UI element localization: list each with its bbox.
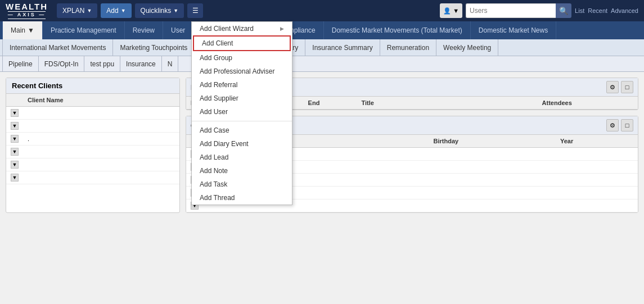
tab-review[interactable]: Review: [125, 21, 163, 39]
tab-domestic-market-movements[interactable]: Domestic Market Movements (Total Market): [324, 21, 471, 39]
add-caret-icon: ▼: [121, 8, 126, 13]
diary-settings-btn[interactable]: ⚙: [606, 81, 619, 93]
tab-test-ppu[interactable]: test ppu: [84, 56, 120, 71]
user-avatar-icon: 👤: [443, 7, 451, 15]
recent-clients-header: Recent Clients: [6, 78, 179, 94]
search-area: 👤 ▼ 🔍 List Recent Advanced: [440, 3, 638, 18]
birthday-date-header: Birthday: [429, 135, 556, 148]
row-expand-btn[interactable]: ▼: [11, 148, 19, 156]
birthday-settings-btn[interactable]: ⚙: [606, 119, 619, 131]
tab-international-market[interactable]: International Market Movements: [2, 39, 113, 56]
top-bar: WEALTH — AXIS — XPLAN ▼ Add ▼ Quicklinks…: [0, 0, 644, 21]
table-row: ▼ .: [6, 133, 179, 146]
tab-n[interactable]: N: [162, 56, 179, 71]
tab-practice-management[interactable]: Practice Management: [43, 21, 125, 39]
options-icon: ☰: [192, 7, 199, 15]
diary-title-header: Title: [357, 97, 537, 110]
row-expand-btn[interactable]: ▼: [11, 174, 19, 182]
table-row: ▼: [6, 171, 179, 184]
user-icon-button[interactable]: 👤 ▼: [440, 3, 462, 18]
dropdown-add-client[interactable]: Add Client: [193, 35, 291, 51]
options-button[interactable]: ☰: [187, 3, 203, 18]
dropdown-add-supplier[interactable]: Add Supplier: [192, 92, 292, 105]
row-expand-btn[interactable]: ▼: [11, 122, 19, 130]
client-name-header: Client Name: [23, 94, 179, 107]
search-box: 🔍: [466, 3, 571, 18]
quicklinks-button[interactable]: Quicklinks ▼: [135, 3, 184, 18]
user-caret-icon: ▼: [453, 7, 459, 14]
diary-minimize-btn[interactable]: □: [621, 81, 633, 93]
search-links: List Recent Advanced: [575, 7, 638, 14]
dropdown-add-lead[interactable]: Add Lead: [192, 151, 292, 164]
table-row: ▼: [6, 107, 179, 120]
diary-attendees-header: Attendees: [538, 97, 638, 110]
search-icon: 🔍: [559, 7, 569, 15]
dropdown-add-case[interactable]: Add Case: [192, 124, 292, 137]
dropdown-add-referral[interactable]: Add Referral: [192, 78, 292, 92]
row-expand-btn[interactable]: ▼: [11, 161, 19, 169]
birthday-controls: ⚙ □: [606, 119, 633, 131]
tab-pipeline[interactable]: Pipeline: [2, 56, 39, 71]
app-logo: WEALTH — AXIS —: [6, 2, 48, 19]
add-dropdown-menu: Add Client Wizard Add Client Add Group A…: [191, 21, 292, 205]
xplan-caret-icon: ▼: [87, 8, 92, 13]
tab-insurance[interactable]: Insurance: [120, 56, 162, 71]
dropdown-add-professional-adviser[interactable]: Add Professional Adviser: [192, 65, 292, 78]
diary-end-header: End: [304, 97, 357, 110]
dropdown-add-thread[interactable]: Add Thread: [192, 191, 292, 205]
birthday-year-header: Year: [556, 135, 638, 148]
tab-main[interactable]: Main ▼: [2, 21, 43, 39]
table-row: ▼: [6, 120, 179, 133]
row-expand-btn[interactable]: ▼: [11, 109, 19, 117]
table-row: ▼: [6, 158, 179, 171]
main-content: Recent Clients Client Name ▼ ▼ ▼: [0, 72, 644, 219]
main-nav: Main ▼ Practice Management Review User C…: [0, 21, 644, 39]
recent-clients-table: Client Name ▼ ▼ ▼ . ▼: [6, 94, 179, 184]
search-input[interactable]: [466, 3, 556, 18]
logo-axis: — AXIS —: [8, 11, 46, 19]
second-nav: International Market Movements Marketing…: [0, 39, 644, 56]
dropdown-add-user[interactable]: Add User: [192, 105, 292, 119]
dropdown-add-note[interactable]: Add Note: [192, 164, 292, 178]
tab-weekly-meeting[interactable]: Weekly Meeting: [436, 39, 498, 56]
tab-remuneration[interactable]: Remuneration: [380, 39, 436, 56]
xplan-button[interactable]: XPLAN ▼: [57, 3, 97, 18]
row-expand-btn[interactable]: ▼: [11, 135, 19, 143]
diary-controls: ⚙ □: [606, 81, 633, 93]
tab-insurance-summary[interactable]: Insurance Summary: [305, 39, 380, 56]
tab-marketing-touchpoints[interactable]: Marketing Touchpoints: [113, 39, 195, 56]
list-link[interactable]: List: [575, 7, 584, 14]
dropdown-add-group[interactable]: Add Group: [192, 51, 292, 65]
tab-fds-opt-in[interactable]: FDS/Opt-In: [39, 56, 85, 71]
third-nav: Pipeline FDS/Opt-In test ppu Insurance N: [0, 56, 644, 72]
main-caret-icon: ▼: [28, 26, 34, 34]
dropdown-add-client-wizard[interactable]: Add Client Wizard: [192, 22, 292, 35]
tab-user[interactable]: User: [163, 21, 193, 39]
dropdown-add-diary-event[interactable]: Add Diary Event: [192, 137, 292, 151]
tab-domestic-market-news[interactable]: Domestic Market News: [471, 21, 556, 39]
recent-clients-panel: Recent Clients Client Name ▼ ▼ ▼: [6, 78, 180, 213]
birthday-minimize-btn[interactable]: □: [621, 119, 633, 131]
search-button[interactable]: 🔍: [556, 3, 571, 18]
table-row: ▼: [6, 146, 179, 158]
advanced-link[interactable]: Advanced: [611, 7, 638, 14]
recent-link[interactable]: Recent: [588, 7, 607, 14]
logo-wealth: WEALTH: [6, 2, 48, 12]
dropdown-add-task[interactable]: Add Task: [192, 178, 292, 191]
add-button[interactable]: Add ▼: [101, 3, 131, 18]
dropdown-divider-1: [192, 121, 292, 121]
quicklinks-caret-icon: ▼: [173, 8, 178, 13]
